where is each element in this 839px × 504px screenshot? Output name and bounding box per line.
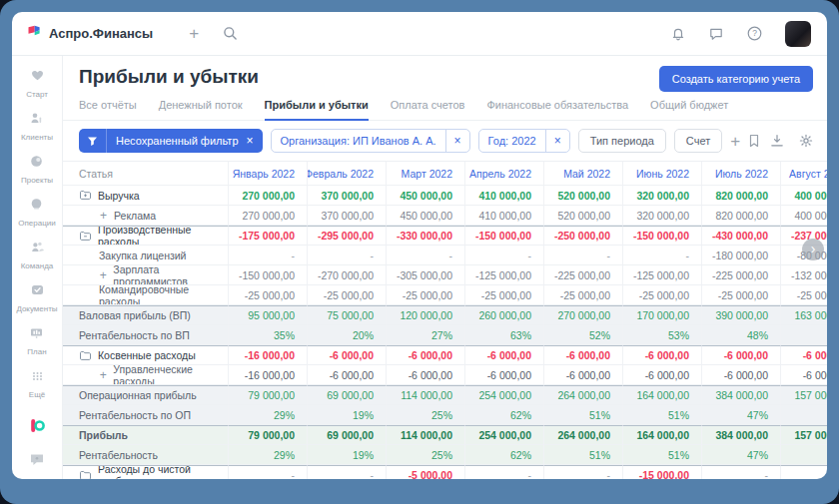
projects-icon [29,154,44,173]
heart-icon [30,68,45,87]
table-row-7[interactable]: Рентабельность по ВП35%20%27%63%52%53%48… [63,325,827,345]
value-cell: -6 000,00 [622,345,701,365]
search-icon[interactable] [223,26,238,41]
scroll-next-button[interactable]: › [802,239,824,260]
organization-chip[interactable]: Организация: ИП Иванов А. А. × [271,129,470,153]
table-row-3[interactable]: Закупка лицензий-------180 000,00-80 000… [63,246,827,265]
expand-plus-icon[interactable]: + [99,268,107,282]
unsaved-filter-chip[interactable]: Несохраненный фильтр × [79,129,263,153]
value-cell: 47% [701,405,780,425]
aspro-logo-icon[interactable] [29,417,46,438]
table-row-8[interactable]: Косвенные расходы-16 000,00-6 000,00-6 0… [63,345,827,365]
sidebar-item-5[interactable]: Документы [16,282,57,313]
add-filter-icon[interactable]: + [730,133,740,150]
value-cell [780,405,827,425]
row-label: Управленческие расходы [113,365,228,385]
table-row-5[interactable]: Командировочные расходы-25 000,00-25 000… [63,285,827,305]
table-row-10[interactable]: Операционная прибыль79 000,0069 000,0011… [63,385,827,405]
table-row-0[interactable]: Выручка270 000,00370 000,00450 000,00410… [63,186,827,206]
value-cell: - [780,465,827,479]
create-quick-icon[interactable]: + [189,25,199,42]
column-header-month-2[interactable]: Март 2022 [386,162,464,186]
sidebar-item-4[interactable]: Команда [21,240,54,270]
value-cell: 120 000,00 [386,305,464,325]
funnel-icon [79,129,107,153]
column-header-month-7[interactable]: Август 2022 [780,162,827,186]
column-header-month-3[interactable]: Апрель 2022 [464,162,543,186]
tab-4[interactable]: Финансовые обязательства [486,99,628,121]
period-type-chip[interactable]: Тип периода [578,129,666,153]
tab-5[interactable]: Общий бюджет [650,99,728,121]
folder-plus-icon[interactable] [79,190,92,201]
remove-year-icon[interactable]: × [545,130,569,152]
table-row-6[interactable]: Валовая прибыль (ВП)95 000,0075 000,0012… [63,305,827,325]
row-label-cell: Расходы до чистой прибыли [63,465,228,479]
value-cell: 62% [464,445,543,465]
chat-icon[interactable] [708,26,724,42]
tab-2[interactable]: Прибыли и убытки [265,99,369,121]
value-cell: -6 000,00 [307,365,386,385]
value-cell: 51% [543,445,622,465]
column-header-month-5[interactable]: Июнь 2022 [622,162,701,186]
brand[interactable]: Аспро.Финансы [26,24,153,43]
sidebar-item-3[interactable]: Операции [18,197,55,228]
value-cell: 20% [307,325,386,345]
bookmark-icon[interactable] [748,134,760,148]
table-row-14[interactable]: Расходы до чистой прибыли---5 000,00---1… [63,465,827,479]
remove-organization-icon[interactable]: × [445,130,469,152]
column-header-month-4[interactable]: Май 2022 [543,162,622,186]
row-label-cell: Валовая прибыль (ВП) [63,305,228,325]
folder-icon[interactable] [79,470,92,480]
sidebar-item-7[interactable]: Ещё [29,368,45,399]
remove-filter-icon[interactable]: × [244,134,263,148]
value-cell: -6 000,00 [701,365,780,385]
folder-icon[interactable] [79,350,92,361]
value-cell: -6 000,00 [386,365,464,385]
help-icon[interactable]: ? [746,25,763,42]
value-cell: 410 000,00 [464,206,543,226]
table-row-9[interactable]: +Управленческие расходы-16 000,00-6 000,… [63,365,827,385]
row-label-cell: Выручка [63,186,228,206]
sidebar-item-2[interactable]: Проекты [21,154,53,185]
tab-1[interactable]: Денежный поток [159,99,243,121]
value-cell: -6 000,00 [386,345,464,365]
gear-icon[interactable] [799,134,813,148]
tab-0[interactable]: Все отчёты [79,99,137,121]
row-label-cell: Рентабельность по ВП [63,325,228,345]
window-frame: Аспро.Финансы + ? [0,0,839,504]
avatar[interactable] [785,21,811,47]
value-cell: 164 000,00 [622,425,701,445]
value-cell: - [228,465,307,479]
row-label-cell: Командировочные расходы [63,285,228,305]
download-icon[interactable] [770,134,784,148]
tab-3[interactable]: Оплата счетов [391,99,465,121]
expand-plus-icon[interactable]: + [99,209,108,223]
expand-plus-icon[interactable]: + [99,368,107,382]
column-header-month-6[interactable]: Июль 2022 [701,162,780,186]
row-label-cell: Закупка лицензий [63,246,228,265]
table-row-1[interactable]: +Реклама270 000,00370 000,00450 000,0041… [63,206,827,226]
table-row-13[interactable]: Рентабельность29%19%25%62%51%51%47% [63,445,827,465]
table-row-4[interactable]: +Зарплата программистов-150 000,00-270 0… [63,265,827,285]
sidebar-item-1[interactable]: Клиенты [21,111,53,142]
sidebar-item-label: Клиенты [21,133,53,142]
sidebar-item-0[interactable]: Старт [26,68,48,99]
sidebar-item-6[interactable]: План [27,325,46,356]
column-header-month-1[interactable]: Февраль 2022 [307,162,386,186]
support-chat-icon[interactable] [29,452,45,471]
value-cell: -6 000,00 [307,345,386,365]
value-cell: -25 000,00 [386,285,464,305]
account-chip[interactable]: Счет [674,129,722,153]
sidebar-item-label: Документы [16,304,57,313]
value-cell: 63% [464,325,543,345]
folder-minus-icon[interactable] [79,231,92,242]
table-row-11[interactable]: Рентабельность по ОП29%19%25%62%51%51%47… [63,405,827,425]
value-cell: 450 000,00 [386,186,464,206]
sidebar-item-label: План [27,347,46,356]
create-category-button[interactable]: Создать категорию учета [659,66,813,92]
table-row-12[interactable]: Прибыль79 000,0069 000,00114 000,00254 0… [63,425,827,445]
year-chip[interactable]: Год: 2022 × [478,129,570,153]
column-header-month-0[interactable]: Январь 2022 [228,162,307,186]
table-row-2[interactable]: Производственные расходы-175 000,00-295 … [63,226,827,246]
bell-icon[interactable] [670,26,686,42]
